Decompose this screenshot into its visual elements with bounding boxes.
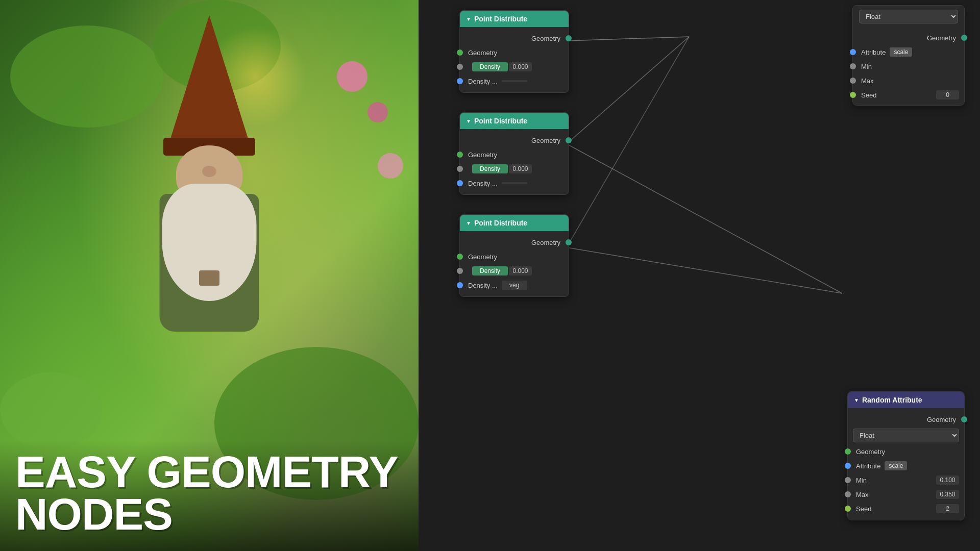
node-3-arrow: ▼ (466, 220, 471, 226)
node-2-header: ▼ Point Distribute (460, 113, 569, 129)
node-1-title: Point Distribute (474, 15, 527, 23)
random-node-header: ▼ Random Attribute (848, 392, 964, 408)
node-editor: Float Vector Color Geometry Attribute sc… (419, 0, 980, 551)
node-1-geom-out-label: Geometry (531, 35, 560, 42)
node-2-density-socket (457, 166, 463, 172)
float-max-socket (850, 78, 856, 84)
float-min-row: Min (853, 59, 964, 73)
node-3-title: Point Distribute (474, 219, 527, 227)
point-distribute-node-2: ▼ Point Distribute Geometry Geometry Den… (459, 112, 569, 195)
node-1-geom-out: Geometry (460, 31, 569, 45)
node-3-density-extra: Density ... veg (460, 278, 569, 292)
node-3-density-label[interactable]: Density (472, 266, 508, 276)
random-type-row: Float Vector Color (848, 427, 964, 444)
node-2-density-extra-value (502, 182, 527, 184)
random-min-row: Min 0.100 (848, 473, 964, 487)
random-min-socket (845, 477, 851, 483)
random-min-value: 0.100 (936, 475, 959, 485)
float-min-socket (850, 63, 856, 69)
random-attr-socket (845, 463, 851, 469)
foliage-detail (0, 372, 102, 449)
svg-line-4 (567, 37, 689, 247)
node-2-geom-in-label: Geometry (468, 151, 497, 159)
float-node-body: Geometry Attribute scale Min Max (853, 28, 964, 105)
random-max-value: 0.350 (936, 490, 959, 499)
node-2-geom-out: Geometry (460, 133, 569, 147)
float-seed-label: Seed (861, 91, 876, 99)
node-1-density-value[interactable]: 0.000 (509, 62, 532, 71)
title-overlay: EASY GEOMETRY NODES (0, 440, 419, 551)
random-type-select[interactable]: Float Vector Color (853, 429, 959, 442)
random-min-label: Min (856, 477, 867, 484)
random-geom-out-socket (961, 416, 967, 422)
node-1-arrow: ▼ (466, 16, 471, 22)
random-node-title: Random Attribute (862, 396, 922, 404)
node-3-geom-in-label: Geometry (468, 253, 497, 261)
random-max-row: Max 0.350 (848, 487, 964, 502)
random-geom-out: Geometry (848, 412, 964, 427)
node-1-density-row: Density 0.000 (460, 60, 569, 74)
node-2-body: Geometry Geometry Density 0.000 Density … (460, 129, 569, 194)
random-attr-row: Attribute scale (848, 459, 964, 473)
node-3-density-row: Density 0.000 (460, 264, 569, 278)
node-3-geom-out: Geometry (460, 235, 569, 249)
flower-detail (378, 153, 403, 179)
random-seed-row: Seed 2 (848, 502, 964, 516)
float-attribute-label: Attribute (861, 48, 886, 56)
random-attr-label: Attribute (856, 462, 880, 470)
node-2-density-value[interactable]: 0.000 (509, 164, 532, 173)
gnome-hat (166, 15, 253, 153)
photo-panel: EASY GEOMETRY NODES (0, 0, 419, 551)
node-1-density-field: Density 0.000 (472, 62, 532, 71)
random-geom-in: Geometry (848, 444, 964, 459)
node-3-geom-in-socket (457, 254, 463, 260)
node-1-density-extra-socket (457, 78, 463, 84)
node-1-header: ▼ Point Distribute (460, 11, 569, 27)
node-3-body: Geometry Geometry Density 0.000 Density … (460, 231, 569, 296)
node-2-density-extra-socket (457, 180, 463, 186)
node-3-geom-out-label: Geometry (531, 239, 560, 246)
random-max-socket (845, 491, 851, 497)
flower-detail (337, 61, 368, 92)
float-node: Float Vector Color Geometry Attribute sc… (852, 5, 965, 106)
random-attr-value: scale (885, 461, 907, 470)
float-seed-socket (850, 92, 856, 98)
node-1-body: Geometry Geometry Density 0.000 Density … (460, 27, 569, 92)
node-1-density-extra: Density ... (460, 74, 569, 88)
svg-line-3 (567, 247, 842, 293)
node-3-density-value[interactable]: 0.000 (509, 266, 532, 276)
float-attribute-row: Attribute scale (853, 45, 964, 59)
node-1-geom-in-label: Geometry (468, 49, 497, 57)
gnome-figure (112, 15, 306, 398)
node-2-title: Point Distribute (474, 117, 527, 125)
random-geom-in-label: Geometry (856, 448, 885, 456)
main-title-line2: NODES (15, 493, 403, 536)
float-max-label: Max (861, 77, 874, 85)
float-type-select[interactable]: Float Vector Color (859, 10, 958, 23)
node-2-geom-out-label: Geometry (531, 137, 560, 144)
random-node-body: Geometry Float Vector Color Geometry Att… (848, 408, 964, 520)
node-1-density-label[interactable]: Density (472, 62, 508, 71)
node-1-density-socket (457, 64, 463, 70)
gnome-belt (199, 270, 219, 286)
node-2-geom-in: Geometry (460, 147, 569, 162)
float-attribute-value: scale (890, 47, 912, 57)
flower-detail (368, 102, 388, 122)
node-1-density-extra-label: Density ... (468, 78, 498, 85)
node-2-density-label[interactable]: Density (472, 164, 508, 173)
random-geom-in-socket (845, 448, 851, 455)
node-3-header: ▼ Point Distribute (460, 215, 569, 231)
random-attribute-node: ▼ Random Attribute Geometry Float Vector… (847, 391, 965, 520)
random-node-arrow: ▼ (854, 397, 859, 403)
node-2-arrow: ▼ (466, 118, 471, 124)
node-3-density-extra-value: veg (502, 281, 527, 290)
point-distribute-node-1: ▼ Point Distribute Geometry Geometry Den… (459, 10, 569, 93)
float-attribute-socket (850, 49, 856, 55)
point-distribute-node-3: ▼ Point Distribute Geometry Geometry Den… (459, 214, 569, 297)
float-geometry-label: Geometry (927, 34, 956, 42)
node-3-density-socket (457, 268, 463, 274)
node-1-geom-out-socket (566, 35, 572, 41)
float-geometry-row: Geometry (853, 31, 964, 45)
node-1-density-extra-value (502, 80, 527, 82)
node-3-geom-out-socket (566, 239, 572, 245)
